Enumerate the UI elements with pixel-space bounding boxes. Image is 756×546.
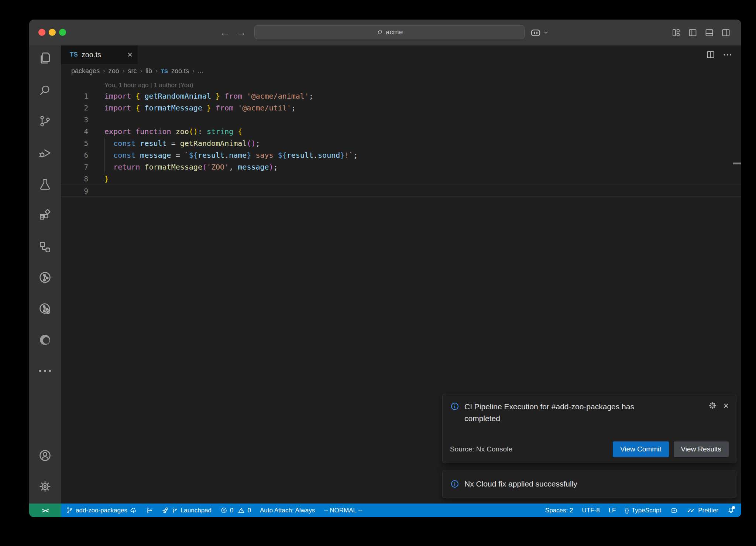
remote-icon: ><: [42, 507, 48, 514]
search-icon: [38, 83, 52, 97]
copilot-menu[interactable]: [530, 20, 549, 45]
bell-badge-dot: [732, 506, 735, 509]
code-line[interactable]: 3: [61, 114, 741, 126]
sidebar-item-nx-cloud[interactable]: [29, 269, 61, 286]
code-line[interactable]: 2import { formatMessage } from '@acme/ut…: [61, 102, 741, 114]
eol-status[interactable]: LF: [609, 507, 616, 514]
search-icon: [376, 29, 383, 36]
auto-attach-status[interactable]: Auto Attach: Always: [260, 507, 315, 514]
code-text: }: [88, 173, 109, 185]
notification-settings-gear-icon[interactable]: [708, 401, 717, 410]
warning-icon: [238, 507, 245, 514]
traffic-light-zoom[interactable]: [59, 29, 66, 36]
files-icon: [38, 51, 52, 65]
check-all-icon: ✓✓: [687, 506, 693, 515]
notification-close-icon[interactable]: ×: [723, 402, 729, 410]
code-line[interactable]: 6 const message = `${result.name} says $…: [61, 149, 741, 161]
breadcrumb-item[interactable]: src: [128, 67, 137, 75]
breadcrumb-file[interactable]: zoo.ts: [171, 67, 189, 75]
sidebar-item-search[interactable]: [29, 82, 61, 98]
code-line[interactable]: 7 return formatMessage('ZOO', message);: [61, 161, 741, 173]
git-branch-icon: [66, 507, 73, 514]
code-line[interactable]: 5 const result = getRandomAnimal();: [61, 137, 741, 149]
sidebar-item-explorer[interactable]: [29, 50, 61, 66]
code-line[interactable]: 8}: [61, 173, 741, 185]
toggle-primary-sidebar-icon[interactable]: [688, 28, 698, 38]
settings-button[interactable]: [29, 478, 61, 495]
toggle-secondary-sidebar-icon[interactable]: [721, 28, 731, 38]
info-icon: [450, 479, 460, 489]
copilot-icon: [530, 27, 542, 38]
source-control-icon: [38, 114, 52, 128]
tab-zoo-ts[interactable]: TS zoo.ts ×: [61, 45, 138, 64]
sidebar-item-nx-cloud-fixes[interactable]: [29, 301, 61, 317]
copilot-status[interactable]: [670, 506, 678, 514]
account-icon: [38, 448, 52, 463]
code-text: import { getRandomAnimal } from '@acme/a…: [88, 90, 313, 102]
traffic-light-close[interactable]: [38, 29, 45, 36]
back-icon[interactable]: ←: [220, 20, 230, 45]
customize-layout-icon[interactable]: [671, 28, 681, 38]
toggle-panel-icon[interactable]: [704, 28, 714, 38]
line-number: 8: [61, 173, 88, 185]
indentation-status[interactable]: Spaces: 2: [545, 507, 573, 514]
language-mode-status[interactable]: {} TypeScript: [625, 507, 661, 514]
breadcrumb-item[interactable]: lib: [145, 67, 152, 75]
accounts-button[interactable]: [29, 447, 61, 464]
sidebar-item-nx-console[interactable]: [29, 239, 61, 255]
formatter-status[interactable]: ✓✓ Prettier: [687, 506, 718, 515]
error-count: 0: [230, 507, 233, 514]
remote-indicator[interactable]: ><: [29, 504, 61, 517]
sidebar-item-testing[interactable]: [29, 176, 61, 192]
circle-branch-icon: [38, 270, 52, 284]
sidebar-item-source-control[interactable]: [29, 113, 61, 129]
copilot-icon: [670, 506, 678, 514]
git-blame-annotation: You, 1 hour ago | 1 author (You): [61, 80, 741, 90]
code-text: const message = `${result.name} says ${r…: [88, 149, 358, 161]
git-graph-status[interactable]: [146, 507, 153, 514]
traffic-light-minimize[interactable]: [49, 29, 56, 36]
branch-name: add-zoo-packages: [76, 507, 127, 514]
code-text: [88, 185, 104, 196]
breadcrumb-item[interactable]: packages: [71, 67, 100, 75]
code-line[interactable]: 1import { getRandomAnimal } from '@acme/…: [61, 90, 741, 102]
line-number: 2: [61, 102, 88, 114]
line-number: 4: [61, 126, 88, 137]
command-center-search[interactable]: acme: [254, 25, 525, 39]
close-tab-icon[interactable]: ×: [127, 50, 133, 59]
tab-label: zoo.ts: [82, 51, 124, 59]
vim-mode-status[interactable]: -- NORMAL --: [324, 507, 362, 514]
editor-more-actions-icon[interactable]: ⋯: [723, 49, 733, 61]
notifications-bell[interactable]: [727, 507, 735, 514]
breadcrumb-item[interactable]: zoo: [109, 67, 119, 75]
code-text: import { formatMessage } from '@acme/uti…: [88, 102, 296, 114]
more-views-button[interactable]: [29, 363, 61, 379]
launchpad-status[interactable]: Launchpad: [162, 507, 212, 514]
code-line[interactable]: 9: [61, 185, 741, 197]
typescript-file-icon: TS: [70, 51, 78, 58]
sidebar-item-run-debug[interactable]: [29, 144, 61, 161]
forward-icon[interactable]: →: [236, 20, 246, 45]
status-bar: >< add-zoo-packages: [29, 504, 741, 517]
gear-icon: [38, 480, 52, 494]
beaker-icon: [38, 177, 52, 191]
circle-branch-search-icon: [38, 302, 52, 316]
sidebar-item-extensions[interactable]: [29, 207, 61, 223]
code-line[interactable]: 4export function zoo(): string {: [61, 126, 741, 137]
launchpad-label: Launchpad: [181, 507, 212, 514]
split-editor-icon[interactable]: [706, 50, 715, 59]
encoding-status[interactable]: UTF-8: [582, 507, 599, 514]
ellipsis-icon: [39, 370, 51, 372]
breadcrumb-symbol-more[interactable]: ...: [198, 67, 203, 75]
search-query: acme: [386, 28, 403, 36]
line-number: 5: [61, 137, 88, 149]
error-icon: [220, 507, 227, 514]
code-area[interactable]: You, 1 hour ago | 1 author (You) 1import…: [61, 80, 741, 197]
warning-count: 0: [247, 507, 251, 514]
line-number: 7: [61, 161, 88, 173]
sidebar-item-edge-browser[interactable]: [29, 332, 61, 348]
view-results-button[interactable]: View Results: [674, 441, 729, 457]
git-branch-status[interactable]: add-zoo-packages: [66, 507, 137, 514]
problems-status[interactable]: 0 0: [220, 507, 251, 514]
view-commit-button[interactable]: View Commit: [613, 441, 669, 457]
